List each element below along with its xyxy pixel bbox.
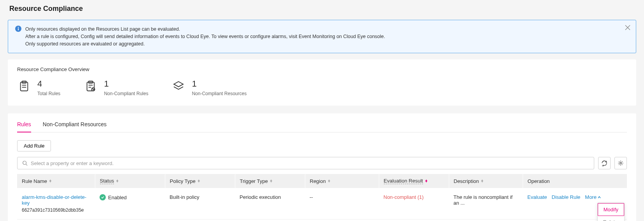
- status-text: Enabled: [108, 195, 127, 200]
- trigger-type-cell: Configuration change: [235, 219, 305, 221]
- col-policy-type[interactable]: Policy Type▲▼: [165, 174, 235, 188]
- disable-rule-link[interactable]: Disable Rule: [552, 194, 581, 200]
- stat-value: 4: [37, 79, 60, 89]
- add-rule-button[interactable]: Add Rule: [17, 140, 51, 151]
- notice-line-2: After a rule is configured, Config will …: [25, 33, 629, 40]
- sort-icon: ▲▼: [327, 180, 331, 183]
- col-operation: Operation: [523, 174, 627, 188]
- col-rule-name[interactable]: Rule Name▲▼: [17, 174, 95, 188]
- col-status[interactable]: Status▲▼: [95, 174, 165, 188]
- search-box[interactable]: [17, 157, 594, 169]
- sort-icon: ▲▼: [116, 180, 119, 183]
- col-region[interactable]: Region▲▼: [305, 174, 379, 188]
- settings-button[interactable]: [614, 157, 627, 169]
- chevron-up-icon: [597, 195, 601, 199]
- col-evaluation-result[interactable]: Evaluation Result▲▼: [379, 174, 449, 188]
- sort-icon: ▲▼: [270, 180, 273, 183]
- col-trigger-type[interactable]: Trigger Type▲▼: [235, 174, 305, 188]
- svg-point-2: [18, 27, 19, 28]
- region-cell: --: [305, 188, 379, 219]
- layers-icon: [172, 79, 186, 93]
- stat-label: Non-Compliant Rules: [104, 91, 148, 96]
- svg-line-17: [26, 164, 28, 166]
- tab-noncompliant-resources[interactable]: Non-Compliant Resources: [43, 121, 107, 132]
- stat-noncompliant-rules: 1 Non-Compliant Rules: [84, 79, 148, 96]
- table-row: alarm-kms-disable-or-delete-key 6627a391…: [17, 188, 627, 219]
- clipboard-alert-icon: [84, 79, 98, 93]
- tabs: Rules Non-Compliant Resources: [17, 121, 627, 132]
- policy-type-cell: Built-in policy: [165, 219, 235, 221]
- evaluation-result-cell: Non-compliant (1): [383, 194, 424, 200]
- rules-card: Rules Non-Compliant Resources Add Rule R…: [8, 113, 636, 221]
- sort-icon: ▲▼: [197, 180, 201, 183]
- more-dropdown-trigger[interactable]: More: [585, 194, 601, 200]
- refresh-button[interactable]: [598, 157, 611, 169]
- trigger-type-cell: Periodic execution: [235, 188, 305, 219]
- rules-table: Rule Name▲▼ Status▲▼ Policy Type▲▼ Trigg…: [17, 174, 627, 221]
- policy-type-cell: Built-in policy: [165, 188, 235, 219]
- dropdown-modify[interactable]: Modify: [598, 203, 624, 216]
- stat-total-rules: 4 Total Rules: [17, 79, 60, 96]
- close-icon[interactable]: [625, 25, 630, 30]
- stat-label: Non-Compliant Resources: [192, 91, 247, 96]
- sort-icon: ▲▼: [481, 180, 484, 183]
- search-icon: [22, 160, 28, 166]
- notice-line-3: Only supported resources are evaluated o…: [25, 40, 629, 48]
- description-cell: An EVS disk is noncompliant i...: [449, 219, 523, 221]
- svg-rect-1: [18, 28, 19, 30]
- notice-banner: Only resources displayed on the Resource…: [8, 20, 636, 53]
- info-icon: [15, 26, 21, 32]
- search-input[interactable]: [31, 157, 589, 169]
- sort-icon: ▲▼: [425, 180, 428, 183]
- stat-value: 1: [192, 79, 247, 89]
- table-row: allowed-volume-specsa 66272276c7310569b2…: [17, 219, 627, 221]
- overview-title: Resource Compliance Overview: [17, 66, 627, 72]
- clipboard-icon: [17, 79, 31, 93]
- svg-marker-15: [174, 82, 183, 87]
- check-circle-icon: [100, 194, 106, 200]
- overview-card: Resource Compliance Overview 4 Total Rul…: [8, 59, 636, 106]
- svg-line-14: [93, 89, 94, 90]
- page-title: Resource Compliance: [8, 5, 636, 13]
- refresh-icon: [601, 160, 607, 166]
- notice-line-1: Only resources displayed on the Resource…: [25, 26, 629, 33]
- more-dropdown: Modify Delete: [597, 203, 625, 221]
- svg-point-16: [23, 161, 26, 165]
- col-description[interactable]: Description▲▼: [449, 174, 523, 188]
- rule-id: 6627a391c7310569b2dbb35e: [22, 207, 90, 213]
- stat-value: 1: [104, 79, 148, 89]
- table-header-row: Rule Name▲▼ Status▲▼ Policy Type▲▼ Trigg…: [17, 174, 627, 188]
- sort-icon: ▲▼: [49, 180, 52, 183]
- evaluate-link[interactable]: Evaluate: [527, 194, 547, 200]
- stat-noncompliant-resources: 1 Non-Compliant Resources: [172, 79, 247, 96]
- description-cell: The rule is noncompliant if an ...: [449, 188, 523, 219]
- region-cell: All: [305, 219, 379, 221]
- dropdown-delete[interactable]: Delete: [598, 216, 624, 221]
- gear-icon: [618, 160, 624, 166]
- tab-rules[interactable]: Rules: [17, 121, 31, 132]
- svg-point-18: [620, 162, 621, 164]
- stat-label: Total Rules: [37, 91, 60, 96]
- status-cell: Enabled: [100, 194, 160, 200]
- rule-name-link[interactable]: alarm-kms-disable-or-delete-key: [22, 194, 90, 206]
